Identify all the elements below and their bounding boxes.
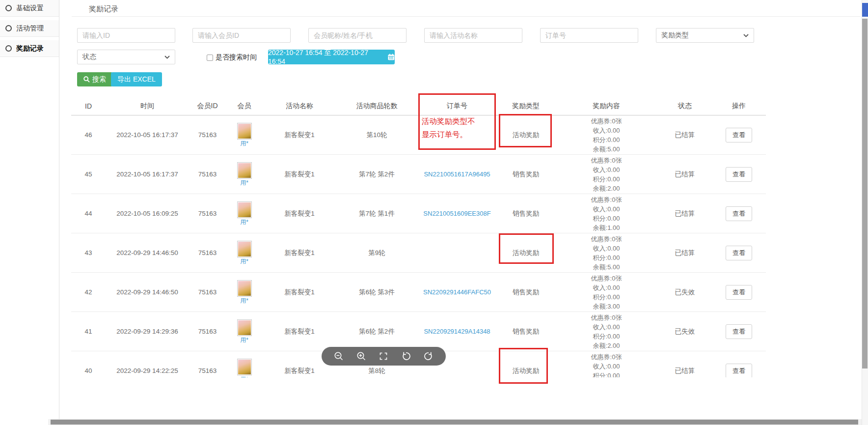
- circle-bullet-icon: [5, 25, 12, 31]
- cell-order: SN2210051609EE308F: [417, 194, 497, 233]
- col-status: 状态: [658, 100, 712, 115]
- cell-round: 第7轮 第2件: [336, 155, 417, 194]
- col-member-id: 会员ID: [189, 100, 226, 115]
- member-avatar[interactable]: [237, 162, 252, 179]
- member-nickname: 用*: [226, 180, 263, 186]
- fullscreen-icon[interactable]: [378, 351, 389, 362]
- member-nickname: 用*: [226, 298, 263, 304]
- cell-reward-type: 销售奖励: [497, 194, 555, 233]
- cell-action: 查看: [712, 194, 766, 233]
- status-badge: 已失效: [658, 312, 712, 351]
- cell-action: 查看: [712, 115, 766, 155]
- search-time-checkbox[interactable]: [207, 55, 213, 61]
- status-select[interactable]: 状态: [77, 50, 175, 64]
- circle-bullet-icon: [5, 45, 12, 52]
- cell-member-id: 75163: [189, 194, 226, 233]
- chevron-down-icon: [743, 34, 749, 37]
- status-select-value: 状态: [82, 53, 96, 61]
- reward-type-select[interactable]: 奖励类型: [656, 28, 754, 43]
- cell-id: 45: [71, 155, 106, 194]
- cell-time: 2022-09-29 14:46:50: [106, 233, 189, 273]
- status-badge: 已结算: [658, 155, 712, 194]
- vertical-scrollbar-thumb[interactable]: [862, 19, 868, 368]
- search-time-label: 是否搜索时间: [216, 53, 257, 62]
- records-table-container: ID 时间 会员ID 会员 活动名称 活动商品轮数 订单号 奖励类型 奖励内容 …: [71, 100, 766, 377]
- date-range-button[interactable]: 2022-10-27 16:54 至 2022-10-27 16:54: [268, 50, 395, 64]
- cell-reward-content: 优惠券:0张 收入:0.00 积分:0.00 余额:5.00: [555, 233, 658, 273]
- view-button[interactable]: 查看: [726, 364, 752, 378]
- search-button[interactable]: 搜索: [77, 72, 112, 86]
- cell-order: SN2209291429A14348: [417, 312, 497, 351]
- member-avatar[interactable]: [237, 359, 252, 375]
- order-link[interactable]: SN2210051617A96495: [424, 170, 490, 178]
- cell-action: 查看: [712, 312, 766, 351]
- cell-reward-type: 销售奖励: [497, 273, 555, 312]
- image-viewer-toolbar: [322, 347, 446, 366]
- sidebar-item-activity-management[interactable]: 活动管理: [0, 20, 59, 37]
- col-order: 订单号: [417, 100, 497, 115]
- table-row: 44 2022-10-05 16:09:25 75163 用* 新客裂变1 第7…: [71, 194, 766, 233]
- cell-order: SN2210051617A96495: [417, 155, 497, 194]
- cell-reward-type: 活动奖励: [497, 115, 555, 155]
- cell-id: 42: [71, 273, 106, 312]
- search-button-label: 搜索: [92, 75, 106, 84]
- search-time-checkbox-row[interactable]: 是否搜索时间: [207, 53, 257, 62]
- cell-reward-type: 销售奖励: [497, 155, 555, 194]
- member-nickname: 用*: [226, 337, 263, 343]
- view-button[interactable]: 查看: [726, 128, 752, 142]
- cell-member-id: 75163: [189, 115, 226, 155]
- sidebar-item-label: 活动管理: [16, 24, 44, 33]
- status-badge: 已结算: [658, 351, 712, 378]
- order-link[interactable]: SN2209291446FAFC50: [423, 288, 491, 296]
- avatar-image: [238, 124, 251, 139]
- cell-reward-content: 优惠券:0张 收入:0.00 积分:0.00 余额:2.00: [555, 155, 658, 194]
- reward-type-select-value: 奖励类型: [661, 31, 689, 40]
- status-badge: 已失效: [658, 273, 712, 312]
- view-button[interactable]: 查看: [726, 285, 752, 300]
- rotate-right-icon[interactable]: [423, 351, 434, 362]
- member-avatar[interactable]: [237, 241, 252, 257]
- cell-activity: 新客裂变1: [263, 115, 336, 155]
- cell-activity: 新客裂变1: [263, 233, 336, 273]
- avatar-image: [238, 281, 251, 296]
- col-activity: 活动名称: [263, 100, 336, 115]
- view-button[interactable]: 查看: [726, 206, 752, 221]
- zoom-in-icon[interactable]: [356, 351, 367, 362]
- id-input[interactable]: [77, 28, 175, 43]
- order-number-input[interactable]: [540, 28, 638, 43]
- cell-time: 2022-10-05 16:09:25: [106, 194, 189, 233]
- member-id-input[interactable]: [192, 28, 291, 43]
- zoom-out-icon[interactable]: [333, 351, 344, 362]
- member-avatar[interactable]: [237, 201, 252, 218]
- horizontal-scrollbar-thumb[interactable]: [51, 420, 858, 425]
- member-avatar[interactable]: [237, 319, 252, 336]
- avatar-image: [238, 360, 251, 374]
- order-link[interactable]: SN2210051609EE308F: [423, 210, 490, 217]
- member-avatar[interactable]: [237, 280, 252, 297]
- member-name-input[interactable]: [308, 28, 407, 43]
- cell-member-id: 75163: [189, 155, 226, 194]
- records-table: ID 时间 会员ID 会员 活动名称 活动商品轮数 订单号 奖励类型 奖励内容 …: [71, 100, 766, 377]
- col-time: 时间: [106, 100, 189, 115]
- col-reward-type: 奖励类型: [497, 100, 555, 115]
- view-button[interactable]: 查看: [726, 167, 752, 182]
- cell-id: 43: [71, 233, 106, 273]
- cell-reward-content: 优惠券:0张 收入:0.00 积分:0.00 余额:3.00: [555, 273, 658, 312]
- status-badge: 已结算: [658, 115, 712, 155]
- table-row: 41 2022-09-29 14:29:36 75163 用* 新客裂变1 第6…: [71, 312, 766, 351]
- view-button[interactable]: 查看: [726, 324, 752, 339]
- sidebar-item-basic-settings[interactable]: 基础设置: [0, 0, 59, 17]
- member-nickname: 用*: [226, 141, 263, 147]
- cell-id: 46: [71, 115, 106, 155]
- order-link[interactable]: SN2209291429A14348: [424, 328, 490, 335]
- status-badge: 已结算: [658, 194, 712, 233]
- sidebar-item-reward-records[interactable]: 奖励记录: [0, 40, 59, 57]
- export-excel-button[interactable]: 导出 EXCEL: [111, 72, 162, 86]
- cell-round: 第6轮 第3件: [336, 273, 417, 312]
- rotate-left-icon[interactable]: [401, 351, 411, 362]
- activity-name-input[interactable]: [424, 28, 522, 43]
- page-title: 奖励记录: [89, 4, 118, 14]
- member-avatar[interactable]: [237, 123, 252, 140]
- table-header-row: ID 时间 会员ID 会员 活动名称 活动商品轮数 订单号 奖励类型 奖励内容 …: [71, 100, 766, 115]
- view-button[interactable]: 查看: [726, 246, 752, 260]
